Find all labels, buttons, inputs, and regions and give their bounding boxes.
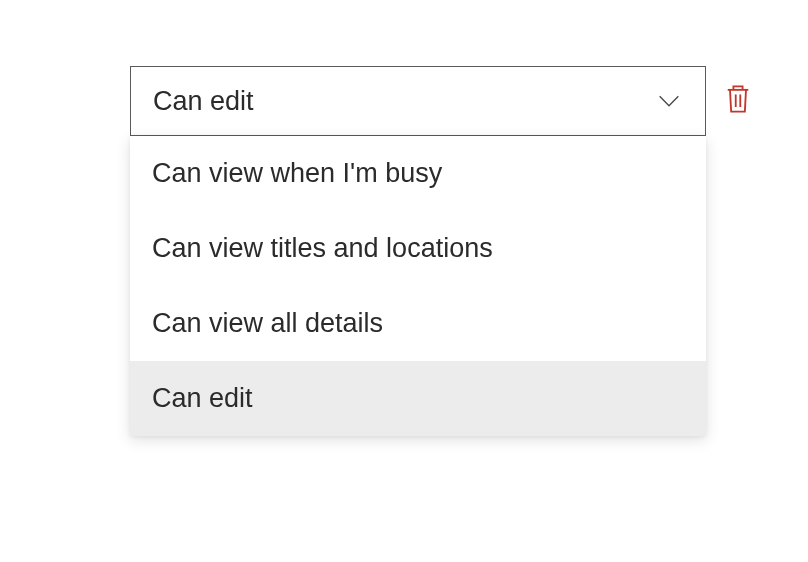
option-view-all-details[interactable]: Can view all details [130, 286, 706, 361]
option-view-titles-locations[interactable]: Can view titles and locations [130, 211, 706, 286]
delete-button[interactable] [722, 85, 754, 117]
permission-select-value: Can edit [153, 86, 254, 117]
trash-icon [724, 83, 752, 119]
option-view-busy[interactable]: Can view when I'm busy [130, 136, 706, 211]
option-label: Can view titles and locations [152, 233, 493, 264]
chevron-down-icon [653, 85, 685, 117]
permission-dropdown: Can view when I'm busy Can view titles a… [130, 136, 706, 436]
option-label: Can view when I'm busy [152, 158, 442, 189]
option-label: Can edit [152, 383, 253, 414]
permission-select[interactable]: Can edit [130, 66, 706, 136]
option-can-edit[interactable]: Can edit [130, 361, 706, 436]
option-label: Can view all details [152, 308, 383, 339]
